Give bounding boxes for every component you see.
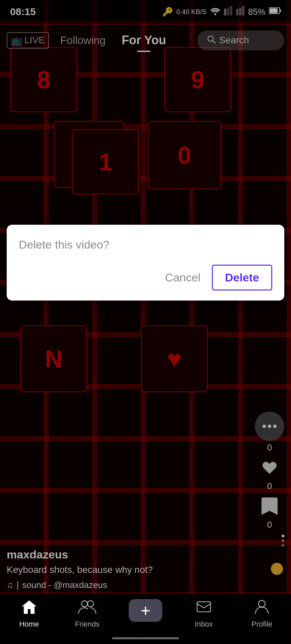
dialog-title: Delete this video? [19, 238, 272, 251]
profile-icon [254, 599, 270, 618]
cancel-button[interactable]: Cancel [157, 266, 209, 289]
svg-point-13 [88, 601, 94, 607]
friends-icon [78, 599, 97, 618]
delete-button[interactable]: Delete [212, 265, 272, 290]
inbox-icon [196, 599, 212, 618]
bottom-navigation: Home Friends + Inbox [0, 594, 291, 644]
nav-create[interactable]: + [116, 599, 175, 622]
plus-icon: + [140, 601, 150, 620]
dialog-buttons: Cancel Delete [19, 265, 272, 290]
nav-profile[interactable]: Profile [233, 599, 291, 629]
friends-label: Friends [75, 620, 100, 629]
home-icon [21, 599, 37, 618]
home-indicator [112, 637, 179, 639]
nav-inbox[interactable]: Inbox [175, 599, 233, 629]
dialog-overlay [0, 0, 291, 644]
create-button[interactable]: + [129, 599, 162, 622]
nav-friends[interactable]: Friends [58, 599, 117, 629]
delete-dialog: Delete this video? Cancel Delete [7, 225, 284, 301]
nav-home[interactable]: Home [0, 599, 58, 629]
svg-point-12 [81, 601, 88, 607]
profile-label: Profile [251, 620, 272, 629]
inbox-label: Inbox [195, 620, 213, 629]
svg-rect-14 [197, 602, 211, 612]
svg-point-15 [258, 600, 265, 607]
home-label: Home [19, 620, 39, 629]
